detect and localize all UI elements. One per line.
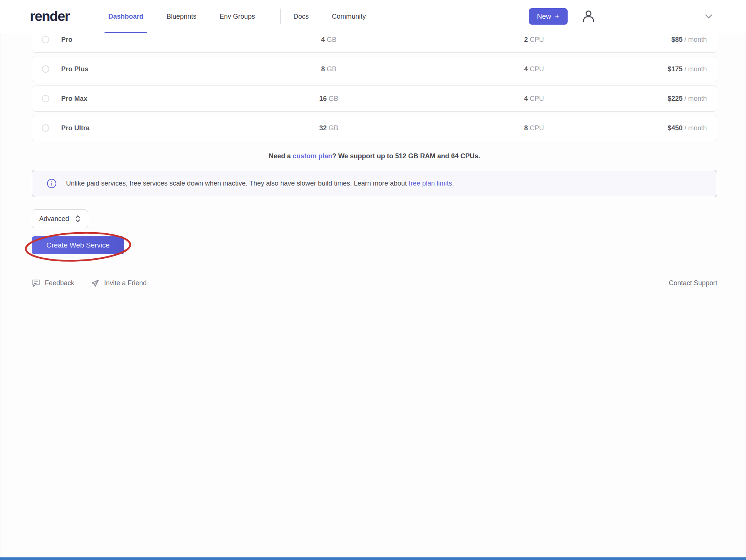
nav-item-community[interactable]: Community [330,0,368,33]
cpu-unit: CPU [530,65,544,73]
ram-unit: GB [329,95,338,102]
bottom-edge-bar [0,557,746,560]
radio-pro-max[interactable] [42,95,49,102]
price-value: $85 [671,36,683,43]
custom-plan-prefix: Need a [269,152,293,160]
expand-collapse-icon [75,215,81,223]
paper-plane-icon [91,279,100,287]
ram-value: 4 [321,36,325,43]
ram-value: 32 [319,124,327,132]
plan-name: Pro Ultra [61,124,90,132]
radio-pro-ultra[interactable] [42,124,49,132]
cpu-unit: CPU [530,124,544,132]
create-web-service-button[interactable]: Create Web Service [32,236,124,254]
info-icon: i [47,179,56,188]
feedback-label: Feedback [45,279,74,287]
custom-plan-suffix: ? We support up to 512 GB RAM and 64 CPU… [332,152,480,160]
cpu-value: 4 [524,65,528,73]
feedback-link[interactable]: Feedback [32,279,74,287]
price-value: $450 [668,124,683,132]
create-button-area: Create Web Service [32,236,126,254]
nav-divider [280,9,281,24]
main-content: Pro 4 GB 2 CPU $85 / month Pro Plus 8 GB… [0,27,746,287]
ram-unit: GB [327,36,337,43]
page-footer: Feedback Invite a Friend Contact Support [32,279,717,287]
cpu-unit: CPU [530,36,544,43]
price-unit: / month [684,65,707,73]
nav-item-docs[interactable]: Docs [291,0,311,33]
cpu-value: 8 [524,124,528,132]
plan-name: Pro Plus [61,65,88,73]
ram-unit: GB [329,124,338,132]
invite-friend-link[interactable]: Invite a Friend [91,279,147,287]
free-plan-info-banner: i Unlike paid services, free services sc… [32,170,717,197]
plan-row-pro-max[interactable]: Pro Max 16 GB 4 CPU $225 / month [32,85,717,112]
chevron-down-icon[interactable] [704,13,713,19]
contact-support-link[interactable]: Contact Support [669,279,717,287]
header-right-cluster: New + [529,8,713,25]
page: render Dashboard Blueprints Env Groups D… [0,0,746,560]
radio-pro[interactable] [42,36,49,43]
new-button-label: New [537,12,551,21]
price-unit: / month [684,36,707,43]
plan-name: Pro Max [61,95,87,103]
banner-text: Unlike paid services, free services scal… [66,180,454,187]
ram-value: 8 [321,65,325,73]
plan-row-pro-ultra[interactable]: Pro Ultra 32 GB 8 CPU $450 / month [32,115,717,141]
radio-pro-plus[interactable] [42,65,49,73]
feedback-icon [32,279,40,287]
free-plan-limits-link[interactable]: free plan limits [409,180,452,187]
nav-item-env-groups[interactable]: Env Groups [217,0,257,33]
plan-row-pro-plus[interactable]: Pro Plus 8 GB 4 CPU $175 / month [32,56,717,82]
custom-plan-line: Need a custom plan? We support up to 512… [32,152,717,160]
advanced-toggle[interactable]: Advanced [32,209,88,228]
price-unit: / month [684,95,707,102]
nav-item-dashboard[interactable]: Dashboard [106,0,146,33]
ram-unit: GB [327,65,337,73]
invite-friend-label: Invite a Friend [104,279,147,287]
ram-value: 16 [319,95,327,102]
nav-item-blueprints[interactable]: Blueprints [164,0,199,33]
main-nav: Dashboard Blueprints Env Groups Docs Com… [106,0,387,33]
custom-plan-link[interactable]: custom plan [293,152,332,160]
render-logo[interactable]: render [30,9,69,24]
user-account-icon[interactable] [582,9,595,24]
price-value: $175 [668,65,683,73]
plan-name: Pro [61,36,72,44]
cpu-value: 4 [524,95,528,102]
price-unit: / month [684,124,707,132]
advanced-toggle-label: Advanced [39,215,69,223]
new-button[interactable]: New + [529,8,568,25]
price-value: $225 [668,95,683,102]
cpu-unit: CPU [530,95,544,102]
cpu-value: 2 [524,36,528,43]
plus-icon: + [555,14,559,19]
top-nav-bar: render Dashboard Blueprints Env Groups D… [0,0,746,33]
